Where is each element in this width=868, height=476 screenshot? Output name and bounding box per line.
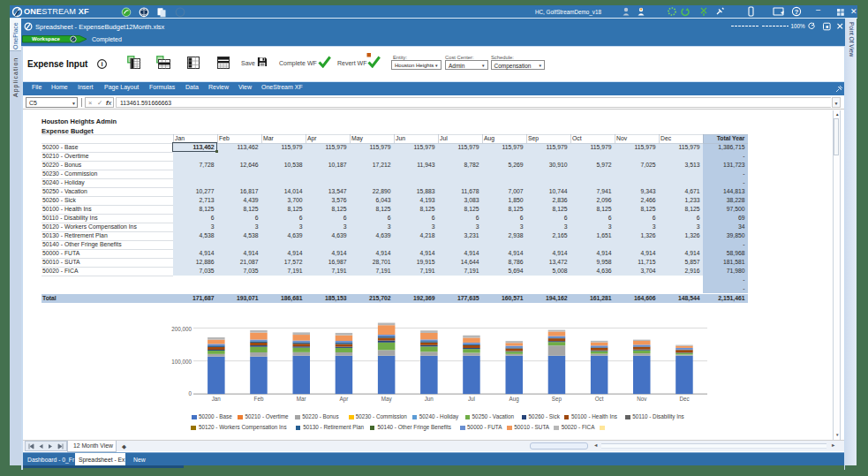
svg-text:Jul: Jul bbox=[468, 396, 475, 402]
svg-text:200,000: 200,000 bbox=[171, 326, 192, 332]
svg-text:Dec: Dec bbox=[679, 396, 689, 402]
svg-text:Jun: Jun bbox=[425, 396, 434, 402]
svg-text:100,000: 100,000 bbox=[171, 359, 192, 365]
svg-text:May: May bbox=[381, 396, 393, 403]
svg-text:Aug: Aug bbox=[509, 396, 520, 403]
svg-text:Sep: Sep bbox=[552, 396, 562, 403]
svg-text:Oct: Oct bbox=[595, 396, 604, 402]
svg-text:Apr: Apr bbox=[339, 396, 348, 403]
svg-text:Feb: Feb bbox=[254, 396, 264, 402]
svg-text:Nov: Nov bbox=[637, 396, 647, 402]
svg-text:Jan: Jan bbox=[212, 396, 222, 402]
svg-text:0: 0 bbox=[188, 390, 192, 397]
svg-text:Mar: Mar bbox=[297, 396, 306, 402]
